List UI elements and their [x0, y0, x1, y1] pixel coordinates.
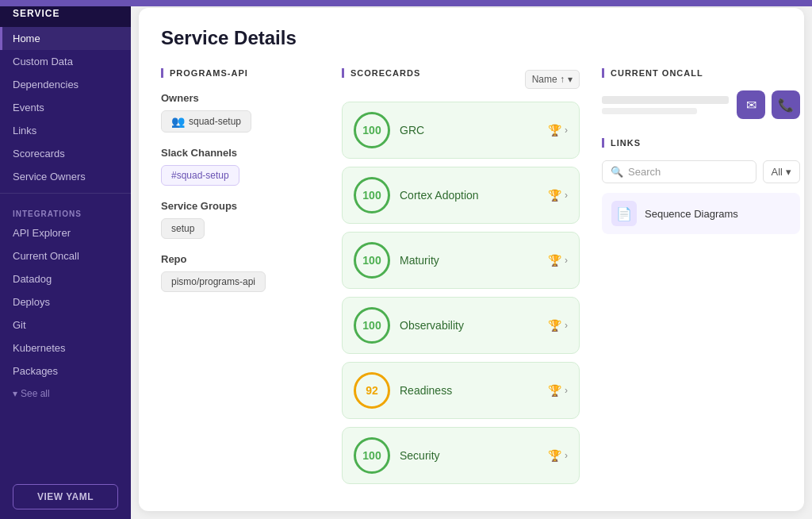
links-filter-dropdown[interactable]: All ▾: [763, 160, 800, 183]
scorecard-name-observability: Observability: [400, 319, 538, 332]
chevron-right-icon: ›: [565, 255, 568, 266]
owner-chip[interactable]: 👥 squad-setup: [161, 110, 251, 133]
search-placeholder: Search: [628, 166, 661, 178]
scorecard-badge-readiness: 🏆 ›: [548, 384, 568, 397]
chevron-right-icon: ›: [565, 125, 568, 136]
score-circle-observability: 100: [354, 307, 390, 344]
sidebar-item-service-owners[interactable]: Service Owners: [0, 165, 131, 188]
score-circle-grc: 100: [354, 112, 390, 148]
scorecards-section-title: SCORECARDS: [342, 68, 420, 78]
sidebar-item-events[interactable]: Events: [0, 96, 131, 119]
see-all-button[interactable]: ▾ See all: [0, 383, 131, 405]
oncall-section-title: CURRENT ONCALL: [602, 68, 800, 78]
sidebar: SERVICE Home Custom Data Dependencies Ev…: [0, 0, 131, 519]
links-section: LINKS 🔍 Search All ▾ 📄 Sequence D: [602, 138, 800, 234]
trophy-icon: 🏆: [548, 124, 561, 136]
scorecard-maturity[interactable]: 100 Maturity 🏆 ›: [342, 232, 580, 289]
sidebar-item-packages[interactable]: Packages: [0, 359, 131, 383]
scorecard-badge-grc: 🏆 ›: [548, 124, 568, 136]
scorecard-name-maturity: Maturity: [400, 254, 538, 267]
dependencies-label: Dependencies: [13, 79, 79, 90]
scorecards-label: Scorecards: [13, 148, 65, 160]
scorecard-readiness[interactable]: 92 Readiness 🏆 ›: [342, 362, 580, 419]
scorecard-name-cortex: Cortex Adoption: [400, 189, 538, 202]
links-search-row: 🔍 Search All ▾: [602, 160, 800, 183]
link-name: Sequence Diagrams: [645, 208, 738, 220]
links-section-title: LINKS: [602, 138, 800, 148]
main-content: Service Details PROGRAMS-API Owners 👥 sq…: [139, 8, 804, 511]
sidebar-item-custom-data[interactable]: Custom Data: [0, 50, 131, 73]
chevron-right-icon: ›: [565, 385, 568, 396]
scorecard-security[interactable]: 100 Security 🏆 ›: [342, 427, 580, 484]
scorecards-panel: SCORECARDS Name ↑ ▾ 100 GRC 🏆 › 100: [342, 68, 580, 492]
trophy-silver-icon: 🏆: [548, 189, 561, 202]
sidebar-item-scorecards[interactable]: Scorecards: [0, 142, 131, 165]
chevron-right-icon: ›: [565, 190, 568, 201]
owners-label: Owners: [161, 92, 320, 104]
trophy-icon: 🏆: [548, 319, 561, 332]
score-circle-readiness: 92: [354, 372, 390, 409]
chevron-right-icon: ›: [565, 320, 568, 331]
chevron-down-icon: ▾: [786, 166, 791, 178]
people-icon: 👥: [171, 115, 185, 128]
scorecard-cortex-adoption[interactable]: 100 Cortex Adoption 🏆 ›: [342, 167, 580, 224]
chevron-down-icon: ▾: [568, 74, 573, 85]
scorecard-badge-security: 🏆 ›: [548, 449, 568, 462]
scorecard-grc[interactable]: 100 GRC 🏆 ›: [342, 102, 580, 159]
sidebar-item-git[interactable]: Git: [0, 313, 131, 336]
oncall-email: [602, 108, 697, 114]
repo-chip[interactable]: pismo/programs-api: [161, 271, 266, 292]
sidebar-item-dependencies[interactable]: Dependencies: [0, 73, 131, 96]
right-panel: CURRENT ONCALL ✉ 📞 LINKS: [602, 68, 800, 492]
service-owners-label: Service Owners: [13, 171, 86, 183]
search-icon: 🔍: [611, 166, 623, 178]
repo-label: Repo: [161, 253, 320, 265]
events-label: Events: [13, 102, 44, 113]
oncall-name: [602, 96, 729, 104]
sidebar-item-api-explorer[interactable]: API Explorer: [0, 221, 131, 244]
slack-channel-chip[interactable]: #squad-setup: [161, 165, 239, 186]
view-yaml-button[interactable]: VIEW YAML: [13, 484, 118, 509]
scorecard-observability[interactable]: 100 Observability 🏆 ›: [342, 297, 580, 354]
scorecard-badge-cortex: 🏆 ›: [548, 189, 568, 202]
links-search-box[interactable]: 🔍 Search: [602, 160, 756, 183]
chevron-right-icon: ›: [565, 450, 568, 461]
home-label: Home: [13, 33, 40, 44]
links-label: Links: [13, 125, 36, 136]
trophy-icon: 🏆: [548, 384, 561, 397]
sidebar-item-home[interactable]: Home: [0, 27, 131, 50]
custom-data-label: Custom Data: [13, 56, 73, 67]
groups-label: Service Groups: [161, 200, 320, 212]
scorecard-badge-maturity: 🏆 ›: [548, 254, 568, 267]
oncall-actions: ✉ 📞: [737, 90, 800, 119]
service-group-chip[interactable]: setup: [161, 218, 205, 239]
scorecard-badge-observability: 🏆 ›: [548, 319, 568, 332]
sidebar-item-deploys[interactable]: Deploys: [0, 290, 131, 313]
sidebar-item-kubernetes[interactable]: Kubernetes: [0, 336, 131, 359]
email-button[interactable]: ✉: [737, 90, 765, 119]
scorecard-name-security: Security: [400, 449, 538, 462]
sidebar-item-links[interactable]: Links: [0, 119, 131, 142]
trophy-icon: 🏆: [548, 449, 561, 462]
oncall-section: CURRENT ONCALL ✉ 📞: [602, 68, 800, 119]
scorecard-name-readiness: Readiness: [400, 384, 538, 397]
scorecard-name-grc: GRC: [400, 124, 538, 136]
trophy-icon: 🏆: [548, 254, 561, 267]
integrations-section-label: INTEGRATIONS: [0, 198, 131, 221]
link-icon-doc: 📄: [611, 201, 637, 226]
programs-api-section-title: PROGRAMS-API: [161, 68, 320, 78]
oncall-person: ✉ 📞: [602, 90, 800, 119]
programs-api-panel: PROGRAMS-API Owners 👥 squad-setup Slack …: [161, 68, 320, 492]
score-circle-maturity: 100: [354, 242, 390, 279]
slack-label: Slack Channels: [161, 147, 320, 159]
score-circle-security: 100: [354, 437, 390, 474]
sidebar-item-current-oncall[interactable]: Current Oncall: [0, 244, 131, 267]
score-circle-cortex: 100: [354, 177, 390, 213]
link-item-sequence-diagrams[interactable]: 📄 Sequence Diagrams: [602, 193, 800, 234]
sidebar-item-datadog[interactable]: Datadog: [0, 267, 131, 290]
sort-control[interactable]: Name ↑ ▾: [525, 70, 580, 89]
phone-button[interactable]: 📞: [772, 90, 800, 119]
oncall-info: [602, 96, 729, 114]
page-title: Service Details: [161, 27, 782, 49]
